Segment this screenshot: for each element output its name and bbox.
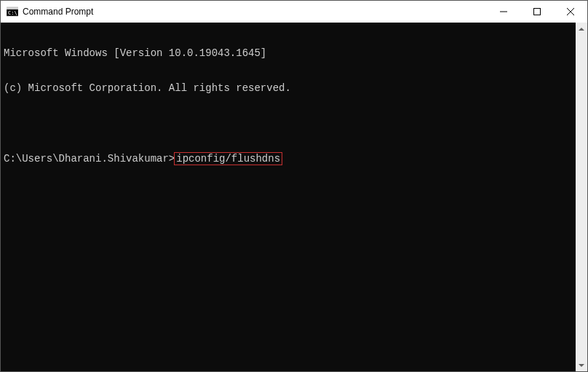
version-line: Microsoft Windows [Version 10.0.19043.16…: [4, 47, 573, 59]
blank-line: [4, 117, 573, 129]
command-prompt-window: C:\ Command Prompt Microsoft Windows [Ve…: [0, 0, 588, 372]
command-text: ipconfig/flushdns: [174, 152, 282, 165]
svg-marker-8: [579, 364, 584, 367]
svg-marker-7: [579, 28, 584, 31]
cmd-icon: C:\: [7, 6, 18, 17]
minimize-button[interactable]: [487, 1, 520, 23]
svg-text:C:\: C:\: [8, 10, 17, 16]
titlebar[interactable]: C:\ Command Prompt: [1, 1, 587, 23]
vertical-scrollbar[interactable]: [576, 23, 587, 371]
prompt-line: C:\Users\Dharani.Shivakumar>ipconfig/flu…: [4, 152, 573, 165]
svg-rect-1: [7, 7, 18, 9]
window-title: Command Prompt: [23, 7, 487, 17]
maximize-button[interactable]: [520, 1, 554, 23]
copyright-line: (c) Microsoft Corporation. All rights re…: [4, 82, 573, 94]
scroll-up-arrow[interactable]: [576, 23, 587, 35]
close-button[interactable]: [554, 1, 587, 23]
prompt-text: C:\Users\Dharani.Shivakumar>: [4, 153, 175, 165]
terminal-output[interactable]: Microsoft Windows [Version 10.0.19043.16…: [1, 23, 576, 371]
window-controls: [487, 1, 587, 23]
svg-rect-4: [534, 9, 541, 15]
scroll-track[interactable]: [576, 35, 587, 359]
terminal-area: Microsoft Windows [Version 10.0.19043.16…: [1, 23, 587, 371]
scroll-down-arrow[interactable]: [576, 359, 587, 371]
